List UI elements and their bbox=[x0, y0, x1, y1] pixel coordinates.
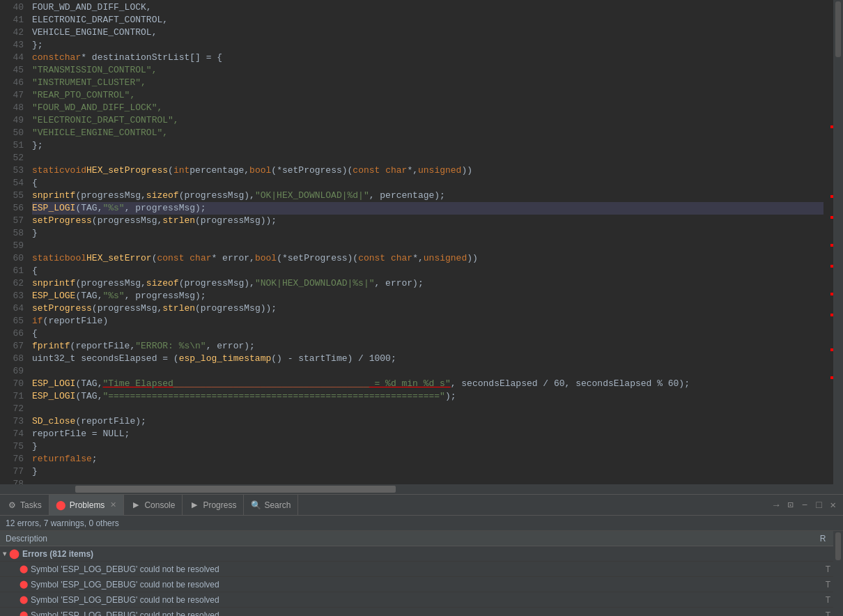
line-number: 72 bbox=[0, 403, 24, 415]
token: (*setProgress)( bbox=[271, 164, 353, 177]
token: (TAG, bbox=[75, 202, 102, 215]
problems-tab-close[interactable]: ✕ bbox=[110, 500, 116, 509]
token: , progressMsg); bbox=[125, 202, 206, 215]
code-line: FOUR_WD_AND_DIFF_LOCK, bbox=[32, 1, 823, 14]
tab-problems[interactable]: ⬤Problems✕ bbox=[49, 495, 125, 516]
token: int bbox=[173, 164, 190, 177]
tasks-tab-label: Tasks bbox=[20, 500, 42, 510]
token: { bbox=[32, 177, 38, 190]
tab-tasks[interactable]: ⚙Tasks bbox=[0, 495, 49, 516]
error-group-icon: ⬤ bbox=[9, 548, 20, 559]
panel-action-btn-4[interactable]: ✕ bbox=[828, 498, 839, 512]
line-number: 73 bbox=[0, 415, 24, 428]
token: (*setProgress)( bbox=[277, 252, 358, 265]
token: } bbox=[32, 440, 38, 453]
code-line: ESP_LOGE(TAG, "%s", progressMsg); bbox=[32, 290, 823, 302]
hscrollbar-thumb[interactable] bbox=[75, 486, 396, 493]
error-row-text: Symbol 'ESP_LOG_DEBUG' could not be reso… bbox=[31, 595, 812, 605]
line-number: 41 bbox=[0, 14, 24, 26]
panel-action-btn-1[interactable]: ⊡ bbox=[784, 498, 796, 512]
panel-action-btn-2[interactable]: − bbox=[799, 498, 810, 512]
bottom-panel: ⚙Tasks⬤Problems✕▶Console▶Progress🔍Search… bbox=[0, 494, 843, 616]
panel-vertical-scrollbar[interactable] bbox=[833, 531, 843, 616]
error-row-3[interactable]: ⬤Symbol 'ESP_LOG_DEBUG' could not be res… bbox=[0, 608, 833, 616]
token: unsigned bbox=[424, 252, 467, 265]
line-number: 67 bbox=[0, 340, 24, 353]
gutter-mark bbox=[830, 265, 833, 268]
horizontal-scrollbar[interactable] bbox=[0, 484, 843, 494]
error-row-right: T bbox=[812, 595, 833, 605]
code-line: }; bbox=[32, 139, 823, 152]
error-group-row[interactable]: ▾⬤Errors (812 items) bbox=[0, 546, 833, 562]
token: "VEHICLE_ENGINE_CONTROL", bbox=[32, 127, 168, 139]
code-line bbox=[32, 152, 823, 164]
token: (progressMsg), bbox=[179, 277, 255, 290]
line-number: 58 bbox=[0, 227, 24, 240]
token: } bbox=[32, 465, 38, 478]
error-item-icon: ⬤ bbox=[20, 595, 28, 604]
gutter-mark bbox=[830, 216, 833, 219]
token: uint32_t secondsElapsed = ( bbox=[32, 353, 179, 365]
token: static bbox=[32, 252, 65, 265]
token: fprintf bbox=[32, 340, 70, 353]
panel-action-btn-3[interactable]: □ bbox=[813, 498, 824, 512]
error-group-label: Errors (812 items) bbox=[22, 549, 93, 559]
error-row-1[interactable]: ⬤Symbol 'ESP_LOG_DEBUG' could not be res… bbox=[0, 577, 833, 592]
token: if bbox=[32, 315, 43, 328]
error-row-0[interactable]: ⬤Symbol 'ESP_LOG_DEBUG' could not be res… bbox=[0, 562, 833, 577]
token: HEX_setProgress bbox=[86, 164, 168, 177]
line-number: 49 bbox=[0, 114, 24, 127]
token: { bbox=[32, 328, 38, 340]
token: "ERROR: %s\n" bbox=[135, 340, 206, 353]
gutter-mark bbox=[830, 376, 833, 379]
gutter-mark bbox=[830, 125, 833, 128]
code-line: if(reportFile) bbox=[32, 315, 823, 328]
token: "=======================================… bbox=[102, 390, 444, 403]
token: char bbox=[59, 52, 81, 64]
code-line: "REAR_PTO_CONTROL", bbox=[32, 89, 823, 102]
col-description-header: Description bbox=[0, 534, 812, 544]
token: ESP_LOGE bbox=[32, 290, 75, 302]
code-content[interactable]: FOUR_WD_AND_DIFF_LOCK, ELECTRONIC_DRAFT_… bbox=[29, 0, 823, 484]
line-number: 60 bbox=[0, 252, 24, 265]
token: (progressMsg)); bbox=[195, 215, 277, 227]
token: , secondsElapsed / 60, secondsElapsed % … bbox=[451, 378, 690, 390]
gutter-mark bbox=[830, 314, 833, 316]
token: "FOUR_WD_AND_DIFF_LOCK", bbox=[32, 102, 162, 114]
code-line: } bbox=[32, 227, 823, 240]
line-number: 44 bbox=[0, 52, 24, 64]
tab-search[interactable]: 🔍Search bbox=[244, 495, 298, 516]
panel-rows-container: Description R ▾⬤Errors (812 items)⬤Symbo… bbox=[0, 531, 843, 616]
token: static bbox=[32, 164, 65, 177]
token: void bbox=[65, 164, 86, 177]
line-number: 70 bbox=[0, 378, 24, 390]
line-number: 52 bbox=[0, 152, 24, 164]
vertical-scrollbar[interactable] bbox=[833, 0, 843, 484]
tabs-bar: ⚙Tasks⬤Problems✕▶Console▶Progress🔍Search… bbox=[0, 495, 843, 516]
token: ; bbox=[92, 453, 98, 465]
error-row-2[interactable]: ⬤Symbol 'ESP_LOG_DEBUG' could not be res… bbox=[0, 592, 833, 608]
code-line bbox=[32, 403, 823, 415]
console-tab-icon: ▶ bbox=[131, 500, 141, 510]
tab-console[interactable]: ▶Console bbox=[124, 495, 183, 516]
tab-progress[interactable]: ▶Progress bbox=[183, 495, 244, 516]
error-item-icon: ⬤ bbox=[20, 564, 28, 573]
token: (progressMsg), bbox=[179, 190, 255, 202]
code-line: } bbox=[32, 440, 823, 453]
code-line: { bbox=[32, 177, 823, 190]
gutter-mark bbox=[830, 348, 833, 351]
line-number: 68 bbox=[0, 353, 24, 365]
token: "TRANSMISSION_CONTROL", bbox=[32, 64, 157, 77]
error-row-right: T bbox=[812, 580, 833, 590]
token: return bbox=[32, 453, 65, 465]
code-line: fprintf(reportFile, "ERROR: %s\n", error… bbox=[32, 340, 823, 353]
line-number: 61 bbox=[0, 265, 24, 277]
token: }; bbox=[32, 139, 43, 152]
token: sizeof bbox=[146, 190, 179, 202]
token: (reportFile, bbox=[70, 340, 136, 353]
line-number: 65 bbox=[0, 315, 24, 328]
code-line: } bbox=[32, 465, 823, 478]
panel-action-btn-0[interactable]: → bbox=[771, 498, 782, 512]
token: unsigned bbox=[418, 164, 461, 177]
token: const bbox=[32, 52, 59, 64]
